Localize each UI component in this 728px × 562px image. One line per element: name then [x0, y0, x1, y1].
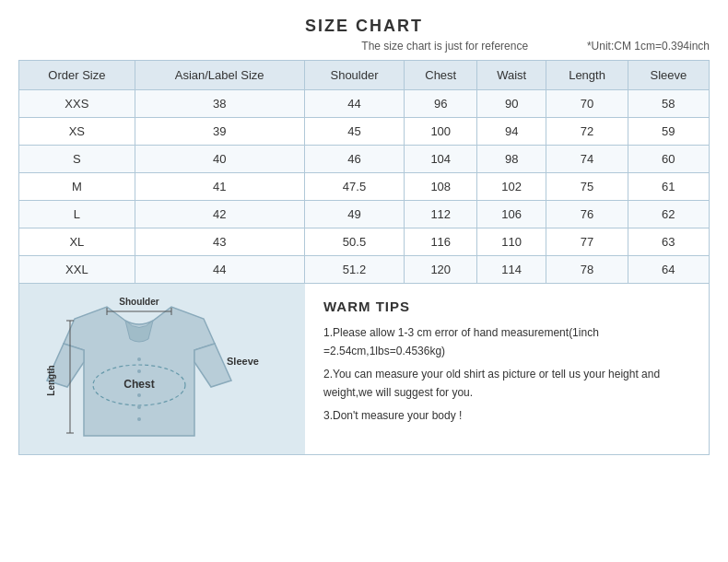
table-cell: 44	[304, 90, 405, 118]
table-cell: 102	[477, 173, 546, 201]
tip-2: 2.You can measure your old shirt as pict…	[323, 365, 694, 403]
table-cell: XL	[19, 228, 135, 256]
table-cell: M	[19, 173, 135, 201]
table-cell: 116	[405, 228, 477, 256]
svg-point-6	[137, 405, 141, 409]
svg-text:Sleeve: Sleeve	[227, 356, 259, 367]
table-cell: 94	[477, 118, 546, 146]
table-cell: 96	[405, 90, 477, 118]
column-header: Length	[546, 61, 628, 90]
table-cell: L	[19, 201, 135, 228]
svg-point-7	[137, 417, 141, 421]
column-header: Shoulder	[304, 61, 405, 90]
table-cell: 40	[135, 146, 304, 173]
table-cell: 44	[135, 256, 304, 284]
subtitle: The size chart is just for reference	[302, 40, 586, 53]
table-row: XS3945100947259	[19, 118, 710, 146]
table-cell: XXS	[19, 90, 135, 118]
table-cell: 104	[405, 146, 477, 173]
warm-tips-title: WARM TIPS	[323, 299, 694, 314]
bottom-section: Shoulder Sleeve Chest Length WARM TIPS 1…	[18, 284, 710, 455]
table-cell: 70	[546, 90, 628, 118]
warm-tips-content: 1.Please allow 1-3 cm error of hand meas…	[323, 323, 694, 425]
page-title: SIZE CHART	[18, 17, 710, 36]
table-cell: 63	[628, 228, 709, 256]
table-cell: 98	[477, 146, 546, 173]
table-cell: S	[19, 146, 135, 173]
table-row: XXS384496907058	[19, 90, 710, 118]
table-cell: 38	[135, 90, 304, 118]
shirt-diagram: Shoulder Sleeve Chest Length	[19, 284, 305, 454]
table-row: L42491121067662	[19, 201, 710, 228]
table-cell: 58	[628, 90, 709, 118]
table-cell: 50.5	[304, 228, 405, 256]
table-cell: 77	[546, 228, 628, 256]
svg-point-3	[137, 369, 141, 373]
table-cell: 42	[135, 201, 304, 228]
svg-text:Chest: Chest	[123, 378, 154, 391]
table-cell: 39	[135, 118, 304, 146]
column-header: Waist	[477, 61, 546, 90]
table-cell: 59	[628, 118, 709, 146]
table-cell: 60	[628, 146, 709, 173]
tip-3: 3.Don't measure your body !	[323, 406, 694, 425]
column-header: Asian/Label Size	[135, 61, 304, 90]
table-cell: 74	[546, 146, 628, 173]
table-cell: 47.5	[304, 173, 405, 201]
table-cell: 76	[546, 201, 628, 228]
table-cell: 62	[628, 201, 709, 228]
table-cell: 110	[477, 228, 546, 256]
table-cell: 108	[405, 173, 477, 201]
table-cell: 41	[135, 173, 304, 201]
table-cell: 75	[546, 173, 628, 201]
table-row: XL4350.51161107763	[19, 228, 710, 256]
table-cell: 61	[628, 173, 709, 201]
svg-text:Length: Length	[46, 365, 56, 395]
column-header: Order Size	[19, 61, 135, 90]
tip-1: 1.Please allow 1-3 cm error of hand meas…	[323, 323, 694, 361]
table-row: M4147.51081027561	[19, 173, 710, 201]
column-header: Chest	[405, 61, 477, 90]
table-cell: 46	[304, 146, 405, 173]
table-cell: XS	[19, 118, 135, 146]
table-cell: 45	[304, 118, 405, 146]
size-chart-table: Order SizeAsian/Label SizeShoulderChestW…	[18, 60, 710, 284]
table-cell: 120	[405, 256, 477, 284]
table-cell: 112	[405, 201, 477, 228]
table-cell: 72	[546, 118, 628, 146]
table-cell: 114	[477, 256, 546, 284]
svg-text:Shoulder: Shoulder	[119, 297, 159, 307]
table-row: S4046104987460	[19, 146, 710, 173]
table-cell: 78	[546, 256, 628, 284]
table-cell: XXL	[19, 256, 135, 284]
table-cell: 49	[304, 201, 405, 228]
svg-point-5	[137, 393, 141, 397]
warm-tips-section: WARM TIPS 1.Please allow 1-3 cm error of…	[305, 284, 709, 454]
table-cell: 100	[405, 118, 477, 146]
table-cell: 90	[477, 90, 546, 118]
table-row: XXL4451.21201147864	[19, 256, 710, 284]
column-header: Sleeve	[628, 61, 709, 90]
table-cell: 51.2	[304, 256, 405, 284]
unit-note: *Unit:CM 1cm=0.394inch	[587, 40, 710, 53]
table-cell: 106	[477, 201, 546, 228]
svg-point-2	[137, 357, 141, 361]
table-cell: 64	[628, 256, 709, 284]
table-cell: 43	[135, 228, 304, 256]
